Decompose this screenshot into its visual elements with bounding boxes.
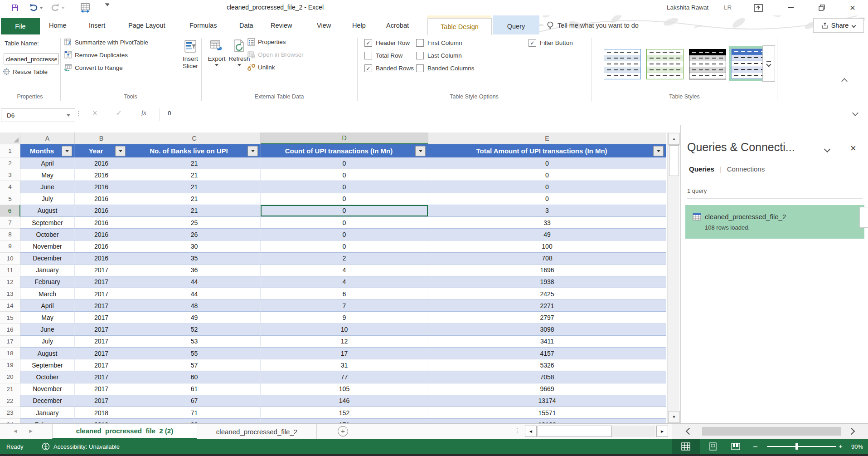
cell-B4[interactable]: 2016 — [75, 181, 128, 193]
cell-E13[interactable]: 2425 — [428, 288, 666, 300]
cell-A20[interactable]: October — [20, 371, 75, 383]
tab-data[interactable]: Data — [239, 22, 253, 29]
cell-C11[interactable]: 36 — [128, 265, 261, 276]
row-header-13[interactable]: 13 — [0, 288, 20, 300]
cell-A5[interactable]: July — [20, 193, 75, 205]
cell-C16[interactable]: 52 — [128, 324, 261, 336]
cell-D16[interactable]: 10 — [261, 324, 428, 336]
table-style-swatch-dark-black[interactable] — [689, 49, 726, 79]
cell-B22[interactable]: 2017 — [75, 395, 128, 407]
checkbox-icon[interactable] — [364, 52, 372, 59]
checkbox-total-row[interactable]: Total Row — [364, 52, 402, 59]
cell-D15[interactable]: 9 — [261, 312, 428, 324]
cell-D18[interactable]: 17 — [261, 348, 428, 359]
cell-C13[interactable]: 44 — [128, 288, 261, 300]
table-header-cell[interactable]: Months — [20, 144, 75, 157]
user-name[interactable]: Lakshita Rawat — [667, 4, 708, 11]
cell-B12[interactable]: 2017 — [75, 276, 128, 288]
cell-E21[interactable]: 9669 — [428, 383, 666, 395]
checkbox-banded-columns[interactable]: Banded Columns — [416, 64, 475, 72]
zoom-out-icon[interactable]: – — [753, 442, 757, 451]
save-icon[interactable] — [11, 3, 19, 13]
cell-B24[interactable]: 2018 — [75, 419, 128, 423]
cell-A15[interactable]: May — [20, 312, 75, 324]
table-header-cell[interactable]: Count of UPI transactions (In Mn) — [261, 144, 428, 157]
cell-B10[interactable]: 2016 — [75, 253, 128, 265]
insert-slicer-button[interactable]: Insert Slicer — [179, 39, 202, 70]
close-button[interactable]: × — [845, 2, 860, 14]
cell-C2[interactable]: 21 — [128, 157, 261, 169]
table-tool-icon[interactable] — [80, 3, 91, 13]
cell-E7[interactable]: 33 — [428, 217, 666, 229]
cell-B3[interactable]: 2016 — [75, 169, 128, 181]
enter-icon[interactable]: ✓ — [116, 109, 122, 117]
cell-B14[interactable]: 2017 — [75, 300, 128, 312]
checkbox-last-column[interactable]: Last Column — [416, 52, 462, 59]
cell-B9[interactable]: 2016 — [75, 240, 128, 252]
filter-dropdown-icon[interactable] — [415, 146, 426, 156]
table-name-input[interactable] — [4, 54, 59, 64]
cell-B5[interactable]: 2016 — [75, 193, 128, 205]
zoom-in-icon[interactable]: + — [839, 442, 843, 450]
hscroll-track[interactable] — [612, 426, 655, 437]
table-header-cell[interactable]: Total Amount of UPI transactions (In Mn) — [428, 144, 666, 157]
filter-dropdown-icon[interactable] — [62, 146, 72, 156]
tab-formulas[interactable]: Formulas — [189, 22, 217, 29]
cell-A10[interactable]: December — [20, 253, 75, 265]
cell-D23[interactable]: 152 — [261, 407, 428, 419]
panel-hscroll-left-icon[interactable] — [687, 427, 692, 436]
panel-hscroll-right-icon[interactable] — [849, 427, 854, 436]
table-header-cell[interactable]: No. of Banks live on UPI — [128, 144, 261, 157]
column-header-D[interactable]: D — [261, 132, 428, 144]
cell-A4[interactable]: June — [20, 181, 75, 193]
cell-E14[interactable]: 2271 — [428, 300, 666, 312]
convert-to-range-button[interactable]: Convert to Range — [64, 64, 123, 72]
collapse-ribbon-icon[interactable] — [841, 78, 848, 84]
tab-file[interactable]: File — [1, 18, 40, 34]
select-all-corner[interactable] — [0, 132, 20, 144]
row-header-1[interactable]: 1 — [0, 144, 20, 157]
cell-B11[interactable]: 2017 — [75, 265, 128, 276]
cell-C23[interactable]: 71 — [128, 407, 261, 419]
name-box[interactable]: D6 — [1, 108, 75, 122]
cell-B23[interactable]: 2018 — [75, 407, 128, 419]
cell-A23[interactable]: January — [20, 407, 75, 419]
cell-C3[interactable]: 21 — [128, 169, 261, 181]
cell-D7[interactable]: 0 — [261, 217, 428, 229]
tab-home[interactable]: Home — [49, 22, 67, 29]
table-styles-more-button[interactable] — [762, 45, 775, 82]
tab-insert[interactable]: Insert — [89, 22, 105, 29]
checkbox-icon[interactable]: ✓ — [529, 39, 536, 47]
row-header-5[interactable]: 5 — [0, 193, 20, 205]
cell-E6[interactable]: 3 — [428, 205, 666, 217]
checkbox-icon[interactable] — [416, 52, 424, 59]
panel-tab-connections[interactable]: Connections — [727, 165, 765, 173]
cell-D13[interactable]: 6 — [261, 288, 428, 300]
row-header-9[interactable]: 9 — [0, 240, 20, 252]
undo-dropdown-icon[interactable] — [39, 7, 43, 9]
panel-hscrollbar[interactable] — [672, 423, 868, 439]
filter-dropdown-icon[interactable] — [653, 146, 664, 156]
tab-query[interactable]: Query — [493, 18, 539, 34]
cell-D10[interactable]: 2 — [261, 253, 428, 265]
cell-E18[interactable]: 4157 — [428, 348, 666, 359]
cell-C10[interactable]: 35 — [128, 253, 261, 265]
sheet-tab-1[interactable]: cleaned_procressed_file_2 (2) — [52, 424, 197, 439]
column-header-B[interactable]: B — [75, 132, 128, 144]
row-header-12[interactable]: 12 — [0, 276, 20, 288]
cell-D22[interactable]: 146 — [261, 395, 428, 407]
checkbox-header-row[interactable]: ✓Header Row — [364, 39, 410, 47]
cell-A17[interactable]: July — [20, 336, 75, 348]
column-header-E[interactable]: E — [428, 132, 666, 144]
cell-E8[interactable]: 49 — [428, 229, 666, 240]
resize-table-button[interactable]: Resize Table — [3, 68, 48, 75]
checkbox-filter-button[interactable]: ✓Filter Button — [529, 39, 573, 47]
cell-C9[interactable]: 30 — [128, 240, 261, 252]
query-peek-edge[interactable] — [859, 207, 868, 228]
scroll-down-icon[interactable]: ▼ — [668, 411, 680, 423]
cell-D2[interactable]: 0 — [261, 157, 428, 169]
cell-D12[interactable]: 4 — [261, 276, 428, 288]
cell-E11[interactable]: 1696 — [428, 265, 666, 276]
cell-C4[interactable]: 21 — [128, 181, 261, 193]
sheet-nav-left-icon[interactable]: ◄ — [13, 428, 18, 434]
